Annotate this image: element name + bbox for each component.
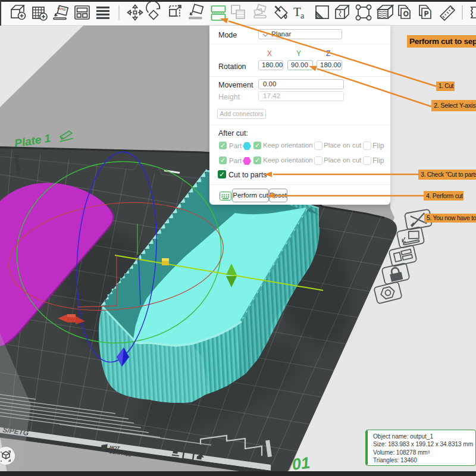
svg-text:P: P xyxy=(424,10,428,17)
svg-text:a: a xyxy=(300,11,305,20)
svg-text:O: O xyxy=(403,10,409,17)
svg-text:01: 01 xyxy=(291,454,311,474)
